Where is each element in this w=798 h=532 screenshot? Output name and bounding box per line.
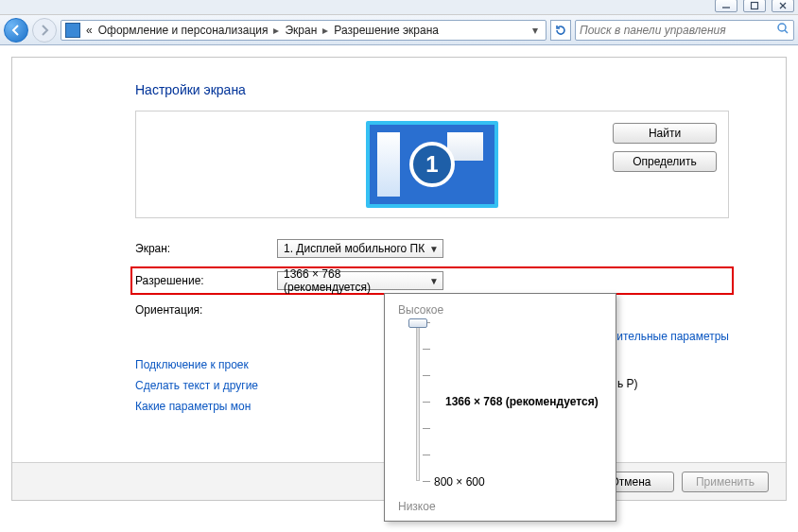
slider-low-label: Низкое (398, 500, 436, 513)
search-box[interactable] (575, 20, 794, 41)
slider-track (416, 322, 420, 481)
slider-selected-value: 1366 × 768 (рекомендуется) (445, 395, 598, 408)
resolution-select[interactable]: 1366 × 768 (рекомендуется) ▼ (277, 271, 443, 290)
resolution-slider[interactable] (402, 322, 434, 481)
control-panel-icon (65, 23, 80, 38)
detect-button[interactable]: Определить (613, 151, 717, 172)
resolution-slider-popup[interactable]: Высокое 1366 × 768 (рекомендуется) 800 ×… (384, 293, 616, 522)
apply-button[interactable]: Применить (682, 472, 769, 492)
chevron-right-icon: ▸ (273, 24, 279, 37)
address-dropdown-icon[interactable]: ▾ (529, 24, 542, 37)
minimize-button[interactable] (715, 0, 737, 12)
breadcrumb-prefix: « (86, 24, 93, 37)
window-controls (715, 0, 794, 12)
tab-strip (0, 0, 798, 15)
resolution-label: Разрешение: (135, 274, 277, 287)
svg-rect-1 (752, 3, 758, 9)
maximize-button[interactable] (743, 0, 766, 12)
back-button[interactable] (4, 18, 28, 43)
display-thumbnail[interactable]: 1 (366, 121, 498, 208)
chevron-right-icon: ▸ (322, 24, 328, 37)
display-select-value: 1. Дисплей мобильного ПК (284, 242, 425, 255)
chevron-down-icon: ▼ (429, 244, 439, 254)
resolution-row: Разрешение: 1366 × 768 (рекомендуется) ▼ (130, 266, 734, 295)
slider-min-value: 800 × 600 (434, 475, 485, 489)
close-button[interactable] (772, 0, 794, 12)
breadcrumb-item[interactable]: Оформление и персонализация (98, 24, 269, 37)
address-bar: « Оформление и персонализация ▸ Экран ▸ … (0, 15, 798, 45)
slider-high-label: Высокое (398, 303, 604, 317)
projector-link[interactable]: Подключение к проек (135, 358, 249, 371)
display-row: Экран: 1. Дисплей мобильного ПК ▼ (135, 239, 729, 258)
svg-line-5 (785, 30, 788, 33)
chevron-down-icon: ▼ (429, 276, 439, 286)
svg-point-4 (778, 24, 786, 31)
search-icon[interactable] (776, 22, 789, 38)
display-number: 1 (409, 142, 455, 187)
breadcrumb-item[interactable]: Экран (285, 24, 317, 37)
slider-thumb[interactable] (408, 318, 427, 328)
breadcrumb-item[interactable]: Разрешение экрана (334, 24, 439, 37)
find-button[interactable]: Найти (613, 123, 717, 144)
projector-hint-tail: ь P) (617, 377, 638, 390)
orientation-label: Ориентация: (135, 303, 277, 317)
resolution-select-value: 1366 × 768 (рекомендуется) (284, 267, 429, 294)
search-input[interactable] (580, 24, 776, 37)
display-label: Экран: (135, 242, 277, 255)
display-preview-panel: 1 Найти Определить (135, 111, 729, 218)
refresh-button[interactable] (550, 20, 571, 41)
breadcrumb[interactable]: « Оформление и персонализация ▸ Экран ▸ … (61, 20, 546, 41)
display-select[interactable]: 1. Дисплей мобильного ПК ▼ (277, 239, 443, 258)
page-title: Настройки экрана (135, 82, 729, 97)
forward-button[interactable] (32, 18, 57, 43)
